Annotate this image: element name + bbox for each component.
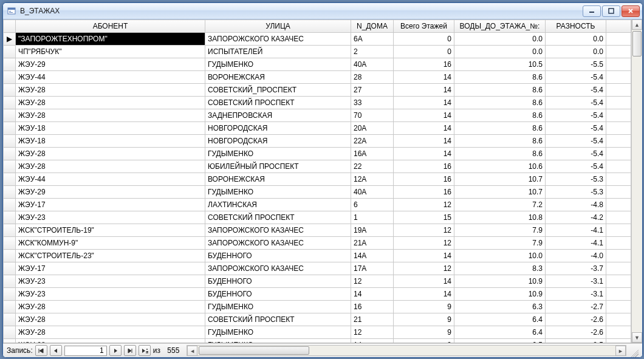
cell-floors[interactable]: 16 [394,186,454,199]
cell-extra[interactable] [606,211,631,224]
cell-water[interactable]: 10.6 [454,160,546,173]
col-water[interactable]: ВОДЫ_ДО_ЭТАЖА_№: [454,20,546,33]
table-row[interactable]: ЖЭУ-44ВОРОНЕЖСКАЯ12А1610.7-5.3 [4,173,631,186]
table-row[interactable]: ЖЭУ-28СОВЕТСКИЙ ПРОСПЕКТ33148.6-5.4 [4,97,631,109]
table-row[interactable]: ЖЭУ-28СОВЕТСКИЙ ПРОСПЕКТ2196.4-2.6 [4,313,631,326]
cell-house[interactable]: 22А [351,135,394,148]
row-selector-header[interactable] [4,20,16,33]
cell-extra[interactable] [606,33,631,46]
cell-water[interactable]: 0.0 [454,46,546,58]
cell-floors[interactable]: 14 [394,288,454,301]
cell-water[interactable]: 6.4 [454,326,546,339]
cell-house[interactable]: 2 [351,46,394,58]
cell-floors[interactable]: 0 [394,46,454,58]
cell-diff[interactable]: -5.4 [546,109,606,122]
table-row[interactable]: ЖЭУ-18НОВГОРОДСКАЯ20А148.6-5.4 [4,122,631,135]
table-row[interactable]: ЖЭУ-23БУДЕННОГО141410.9-3.1 [4,288,631,301]
table-row[interactable]: ЖСК"СТРОИТЕЛЬ-23"БУДЕННОГО14А1410.0-4.0 [4,250,631,262]
table-row[interactable]: ЖСК"СТРОИТЕЛЬ-19"ЗАПОРОЖСКОГО КАЗАЧЕС19А… [4,224,631,237]
cell-diff[interactable]: -5.4 [546,135,606,148]
cell-floors[interactable]: 12 [394,237,454,250]
cell-extra[interactable] [606,313,631,326]
cell-diff[interactable]: -5.3 [546,186,606,199]
cell-floors[interactable]: 0 [394,33,454,46]
cell-water[interactable]: 10.0 [454,250,546,262]
table-row[interactable]: ЖЭУ-29ГУДЫМЕНКО40А1610.5-5.5 [4,58,631,71]
row-selector[interactable] [4,97,16,109]
cell-extra[interactable] [606,97,631,109]
col-abonent[interactable]: АБОНЕНТ [16,20,205,33]
scroll-down-icon[interactable]: ▼ [632,332,642,343]
cell-abonent[interactable]: ЖЭУ-28 [16,148,205,160]
cell-extra[interactable] [606,275,631,288]
row-selector[interactable] [4,211,16,224]
row-selector[interactable] [4,148,16,160]
cell-diff[interactable]: -5.4 [546,97,606,109]
row-selector[interactable] [4,199,16,211]
cell-diff[interactable]: -4.0 [546,250,606,262]
cell-floors[interactable]: 9 [394,313,454,326]
cell-street[interactable]: ВОРОНЕЖСКАЯ [205,71,351,84]
titlebar[interactable]: В_ЭТАЖАХ [3,3,642,19]
table-row[interactable]: ЖЭУ-17ЛАХТИНСКАЯ6127.2-4.8 [4,199,631,211]
cell-diff[interactable]: -4.1 [546,224,606,237]
cell-extra[interactable] [606,262,631,275]
cell-abonent[interactable]: ЖЭУ-18 [16,122,205,135]
table-row[interactable]: ЖЭУ-23СОВЕТСКИЙ ПРОСПЕКТ11510.8-4.2 [4,211,631,224]
cell-diff[interactable]: -5.4 [546,71,606,84]
cell-abonent[interactable]: ЖЭУ-29 [16,58,205,71]
table-row[interactable]: ЖЭУ-28ЮБИЛЕЙНЫЙ ПРОСПЕКТ221610.6-5.4 [4,160,631,173]
cell-diff[interactable]: -4.2 [546,211,606,224]
cell-street[interactable]: ГУДЫМЕНКО [205,326,351,339]
cell-abonent[interactable]: ЖЭУ-44 [16,71,205,84]
cell-house[interactable]: 12 [351,326,394,339]
table-row[interactable]: ЖЭУ-44ВОРОНЕЖСКАЯ28148.6-5.4 [4,71,631,84]
row-selector[interactable] [4,288,16,301]
record-number-input[interactable] [64,346,107,356]
cell-street[interactable]: ГУДЫМЕНКО [205,148,351,160]
cell-house[interactable]: 21А [351,237,394,250]
cell-diff[interactable]: -2.6 [546,313,606,326]
cell-extra[interactable] [606,109,631,122]
cell-floors[interactable]: 14 [394,84,454,97]
cell-abonent[interactable]: ЖЭУ-44 [16,173,205,186]
cell-house[interactable]: 12 [351,275,394,288]
cell-street[interactable]: ИСПЫТАТЕЛЕЙ [205,46,351,58]
row-selector[interactable]: ▶ [4,33,16,46]
cell-street[interactable]: ГУДЫМЕНКО [205,186,351,199]
cell-street[interactable]: ЗАПОРОЖСКОГО КАЗАЧЕС [205,262,351,275]
cell-house[interactable]: 40А [351,186,394,199]
vertical-scrollbar[interactable]: ▲ ▼ [631,19,642,343]
cell-floors[interactable]: 16 [394,58,454,71]
cell-house[interactable]: 40А [351,58,394,71]
cell-abonent[interactable]: ЖЭУ-17 [16,199,205,211]
cell-diff[interactable]: -5.3 [546,173,606,186]
minimize-button[interactable] [583,5,601,17]
cell-house[interactable]: 22 [351,160,394,173]
cell-diff[interactable]: -3.7 [546,262,606,275]
cell-diff[interactable]: -2.6 [546,326,606,339]
row-selector[interactable] [4,224,16,237]
cell-abonent[interactable]: ЖЭУ-17 [16,262,205,275]
row-selector[interactable] [4,173,16,186]
cell-water[interactable]: 10.9 [454,275,546,288]
cell-house[interactable]: 14 [351,339,394,343]
row-selector[interactable] [4,135,16,148]
table-row[interactable]: ▶"ЗАПОРОЖТЕХНОПРОМ"ЗАПОРОЖСКОГО КАЗАЧЕС6… [4,33,631,46]
cell-water[interactable]: 8.6 [454,135,546,148]
table-row[interactable]: ЖЭУ-28ЗАДНЕПРОВСКАЯ70148.6-5.4 [4,109,631,122]
scroll-right-icon[interactable]: ► [615,346,626,356]
cell-street[interactable]: ГУДЫМЕНКО [205,339,351,343]
cell-floors[interactable]: 9 [394,339,454,343]
scroll-thumb[interactable] [632,31,642,56]
row-selector[interactable] [4,160,16,173]
cell-abonent[interactable]: ЖЭУ-28 [16,301,205,313]
table-row[interactable]: ЖЭУ-28ГУДЫМЕНКО1296.4-2.6 [4,326,631,339]
cell-abonent[interactable]: ЖЭУ-28 [16,160,205,173]
cell-street[interactable]: ЮБИЛЕЙНЫЙ ПРОСПЕКТ [205,160,351,173]
cell-water[interactable]: 8.6 [454,122,546,135]
cell-floors[interactable]: 14 [394,71,454,84]
cell-diff[interactable]: 0.0 [546,33,606,46]
row-selector[interactable] [4,301,16,313]
cell-street[interactable]: НОВГОРОДСКАЯ [205,122,351,135]
